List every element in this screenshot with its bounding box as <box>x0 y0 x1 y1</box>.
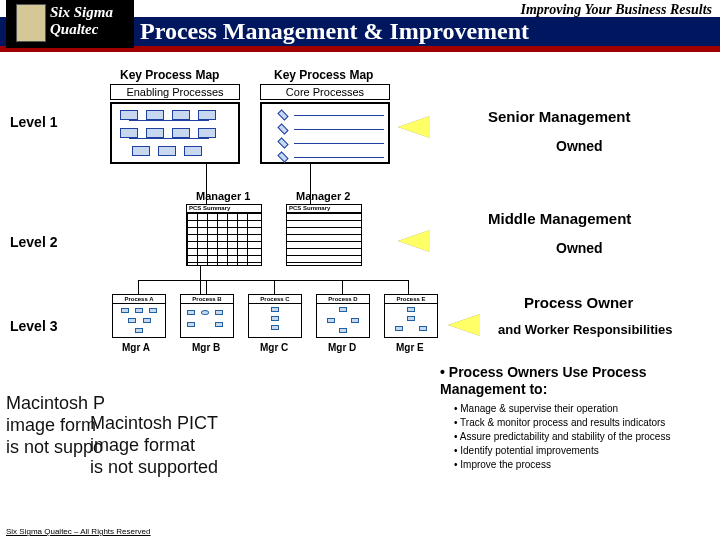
process-a-card: Process A <box>112 294 166 338</box>
bullet-item: Identify potential improvements <box>454 444 712 458</box>
bullets-block: • Process Owners Use Process Management … <box>440 364 712 472</box>
process-d-card: Process D <box>316 294 370 338</box>
core-flow-diagram <box>260 102 390 164</box>
logo-strip: Six SigmaQualtec <box>6 0 134 48</box>
bullets-list: Manage & supervise their operation Track… <box>440 402 712 472</box>
middle-mgmt-label: Middle Management <box>488 210 631 227</box>
process-e-card: Process E <box>384 294 438 338</box>
process-c-card: Process C <box>248 294 302 338</box>
senior-mgmt-label: Senior Management <box>488 108 631 125</box>
connector <box>408 280 409 294</box>
connector <box>342 280 343 294</box>
mgr-e-label: Mgr E <box>396 342 424 353</box>
brand-text: Six SigmaQualtec <box>50 4 113 38</box>
connector <box>138 280 139 294</box>
owned-1-label: Owned <box>556 138 603 154</box>
arrow-level-2 <box>398 230 430 252</box>
kpm-left-title: Key Process Map <box>120 68 219 82</box>
kpm-right-title: Key Process Map <box>274 68 373 82</box>
enabling-flow-diagram <box>110 102 240 164</box>
manager-2-label: Manager 2 <box>296 190 350 202</box>
pcs-summary-2: PCS Summary <box>286 204 362 266</box>
page-title: Process Management & Improvement <box>140 18 529 45</box>
tagline: Improving Your Business Results <box>520 2 712 18</box>
bullet-item: Manage & supervise their operation <box>454 402 712 416</box>
mgr-d-label: Mgr D <box>328 342 356 353</box>
pcs-summary-1: PCS Summary <box>186 204 262 266</box>
process-owner-label: Process Owner <box>524 294 633 311</box>
mgr-a-label: Mgr A <box>122 342 150 353</box>
content: Level 1 Level 2 Level 3 Key Process Map … <box>0 62 720 520</box>
bullets-heading: • Process Owners Use Process Management … <box>440 364 712 398</box>
connector <box>206 280 207 294</box>
owned-2-label: Owned <box>556 240 603 256</box>
core-processes-label: Core Processes <box>260 84 390 100</box>
bullet-item: Assure predictability and stability of t… <box>454 430 712 444</box>
arrow-level-3 <box>448 314 480 336</box>
level-2-label: Level 2 <box>10 234 57 250</box>
worker-resp-label: and Worker Responsibilities <box>498 322 673 337</box>
connector <box>138 280 408 281</box>
connector <box>274 280 275 294</box>
level-1-label: Level 1 <box>10 114 57 130</box>
manager-1-label: Manager 1 <box>196 190 250 202</box>
arrow-level-1 <box>398 116 430 138</box>
header: Six SigmaQualtec Improving Your Business… <box>0 0 720 58</box>
process-b-card: Process B <box>180 294 234 338</box>
logo-icon <box>16 4 46 42</box>
enabling-processes-label: Enabling Processes <box>110 84 240 100</box>
pict-placeholder-2: Macintosh PICT image format is not suppo… <box>90 412 218 478</box>
bullet-item: Track & monitor process and results indi… <box>454 416 712 430</box>
mgr-b-label: Mgr B <box>192 342 220 353</box>
footer: Six Sigma Qualtec – All Rights Reserved <box>6 527 151 536</box>
mgr-c-label: Mgr C <box>260 342 288 353</box>
level-3-label: Level 3 <box>10 318 57 334</box>
bullet-item: Improve the process <box>454 458 712 472</box>
